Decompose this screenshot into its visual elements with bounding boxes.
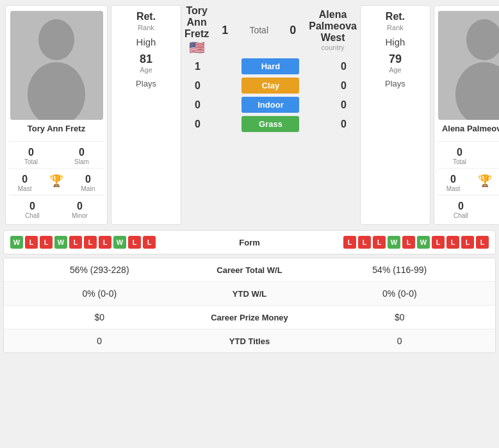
left-rank-group: Ret. Rank xyxy=(115,11,177,31)
right-divider-2 xyxy=(438,168,499,169)
stats-center-label-1: YTD W/L xyxy=(186,289,314,299)
left-silhouette-icon xyxy=(10,11,103,120)
right-rank-value: Ret. xyxy=(364,11,427,22)
center-right-player-name: Alena Palmeova West xyxy=(309,9,357,44)
form-section: WLLWLLLWLL Form LLLWLWLLLL xyxy=(3,230,496,254)
right-age-group: 79 Age xyxy=(364,53,427,74)
center-left-total: 1 xyxy=(215,24,234,37)
left-slam-label: Slam xyxy=(60,158,104,165)
left-age-group: 81 Age xyxy=(115,53,177,74)
top-section: Tory Ann Fretz 0 Total 0 Slam 0 xyxy=(0,0,499,230)
left-stat-main: 0 Main xyxy=(81,174,95,192)
stats-center-label-2: Career Prize Money xyxy=(186,313,314,322)
stats-row-1: 0% (0-0)YTD W/L0% (0-0) xyxy=(4,282,495,306)
right-trophy-icon-container: 🏆 xyxy=(478,174,492,192)
right-stats-grid: 0 Total 0 Slam xyxy=(438,147,499,165)
left-divider-3 xyxy=(9,195,104,195)
stats-table: 56% (293-228)Career Total W/L54% (116-99… xyxy=(3,258,496,353)
right-chall-value: 0 xyxy=(454,201,468,212)
main-container: Tory Ann Fretz 0 Total 0 Slam 0 xyxy=(0,0,499,353)
center-left-name: Tory Ann Fretz 🇺🇸 xyxy=(184,5,209,55)
right-form-badge-0: L xyxy=(343,236,356,249)
left-stat-slam: 0 Slam xyxy=(60,147,104,165)
left-form-badge-8: L xyxy=(128,236,141,249)
right-age-label: Age xyxy=(364,66,427,74)
left-chall-label: Chall xyxy=(25,212,40,219)
indoor-badge: Indoor xyxy=(241,97,299,113)
right-country-label: country xyxy=(309,44,357,51)
left-form-badge-2: L xyxy=(40,236,53,249)
right-total-value: 0 xyxy=(438,147,482,158)
stats-left-1: 0% (0-0) xyxy=(13,288,186,299)
svg-point-1 xyxy=(38,19,74,60)
center-right-name: Alena Palmeova West country xyxy=(309,9,357,51)
left-high-label: High xyxy=(136,31,156,53)
stats-right-1: 0% (0-0) xyxy=(314,288,486,299)
left-form-badge-7: W xyxy=(113,236,126,249)
right-plays-label: Plays xyxy=(382,74,409,219)
right-slam-value: 0 xyxy=(488,147,499,158)
grass-right-num: 0 xyxy=(341,119,357,130)
right-trophy-row: 0 Mast 🏆 0 Main xyxy=(438,174,499,192)
left-divider-2 xyxy=(9,168,104,169)
indoor-left-num: 0 xyxy=(184,99,200,111)
hard-badge: Hard xyxy=(241,58,299,74)
hard-right-num: 0 xyxy=(341,61,357,72)
left-minor-value: 0 xyxy=(72,201,88,212)
stats-row-0: 56% (293-228)Career Total W/L54% (116-99… xyxy=(4,258,495,282)
left-rank-value: Ret. xyxy=(115,11,177,22)
right-divider-1 xyxy=(438,141,499,142)
left-form-badge-5: L xyxy=(84,236,97,249)
indoor-right-num: 0 xyxy=(341,99,357,111)
left-form-badge-3: W xyxy=(54,236,67,249)
right-stats-box: Ret. Rank High 79 Age Plays xyxy=(360,5,430,225)
clay-left-num: 0 xyxy=(184,80,200,92)
right-silhouette-icon xyxy=(438,11,499,120)
right-rank-group: Ret. Rank xyxy=(364,11,427,31)
right-player-box: Alena Palmeova West 0 Total 0 Slam 0 xyxy=(434,5,499,225)
right-form-badge-2: L xyxy=(373,236,386,249)
center-total-label: Total xyxy=(240,25,278,35)
stats-left-2: $0 xyxy=(13,312,186,322)
right-stat-total: 0 Total xyxy=(438,147,482,165)
left-mast-label: Mast xyxy=(18,185,32,192)
center-names-section: Tory Ann Fretz 🇺🇸 1 Total 0 Alena Palmeo… xyxy=(184,5,357,132)
surface-row-clay: 0 Clay 0 xyxy=(184,78,357,94)
left-form-badge-6: L xyxy=(99,236,111,249)
left-divider-1 xyxy=(9,141,104,142)
left-stat-chall: 0 Chall xyxy=(25,201,40,219)
left-stat-mast: 0 Mast xyxy=(18,174,32,192)
left-stats-col: Ret. Rank High 81 Age Plays xyxy=(111,5,181,225)
right-form-badge-4: L xyxy=(402,236,415,249)
stats-left-3: 0 xyxy=(13,336,186,346)
left-main-label: Main xyxy=(81,185,95,192)
right-stat-mast: 0 Mast xyxy=(446,174,461,192)
left-stats-box: Ret. Rank High 81 Age Plays xyxy=(111,5,181,225)
left-main-value: 0 xyxy=(81,174,95,185)
stats-center-label-3: YTD Titles xyxy=(186,336,314,346)
left-trophy-icon: 🏆 xyxy=(49,174,63,188)
right-player-name: Alena Palmeova West xyxy=(442,124,499,133)
right-form-badge-8: L xyxy=(461,236,474,249)
left-rank-label: Rank xyxy=(115,24,177,31)
hard-left-num: 1 xyxy=(184,61,200,72)
right-high-label: High xyxy=(386,31,405,53)
left-player-avatar xyxy=(10,11,103,120)
left-player-box: Tory Ann Fretz 0 Total 0 Slam 0 xyxy=(5,5,108,225)
surface-section: 1 Hard 0 0 Clay 0 0 Indoor 0 xyxy=(184,58,357,132)
left-trophy-icon-container: 🏆 xyxy=(49,174,63,192)
right-chall-row: 0 Chall 0 Minor xyxy=(438,201,499,219)
left-form-badge-1: L xyxy=(25,236,38,249)
stats-right-3: 0 xyxy=(314,336,486,346)
right-stats-col: Ret. Rank High 79 Age Plays xyxy=(360,5,430,225)
stats-center-label-0: Career Total W/L xyxy=(186,265,314,275)
left-plays-label: Plays xyxy=(133,74,160,219)
right-form-badge-6: L xyxy=(432,236,445,249)
right-age-value: 79 xyxy=(364,53,427,66)
left-stat-total: 0 Total xyxy=(9,147,53,165)
center-total-row: 1 Total 0 xyxy=(215,24,302,37)
surface-row-grass: 0 Grass 0 xyxy=(184,116,357,132)
surface-row-hard: 1 Hard 0 xyxy=(184,58,357,74)
right-chall-label: Chall xyxy=(454,212,468,219)
left-stats-grid: 0 Total 0 Slam xyxy=(9,147,104,165)
